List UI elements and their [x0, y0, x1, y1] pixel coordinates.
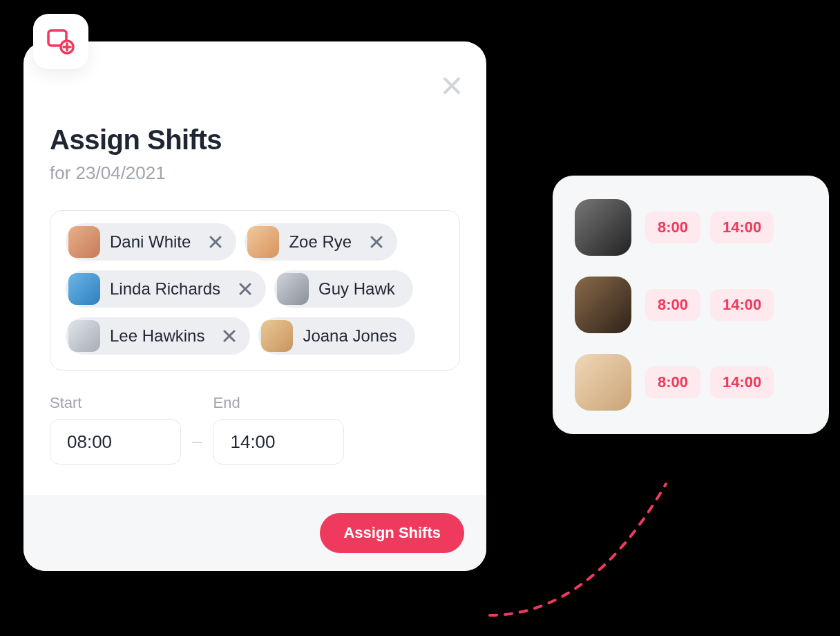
shift-start-pill: 8:00	[645, 289, 700, 321]
shift-row: 8:00 14:00	[575, 354, 807, 411]
assign-shifts-modal: Assign Shifts for 23/04/2021 Dani White …	[23, 41, 486, 571]
shift-row: 8:00 14:00	[575, 277, 807, 333]
avatar	[68, 226, 100, 258]
close-icon	[370, 235, 383, 249]
add-shift-icon	[33, 14, 88, 69]
close-icon	[441, 75, 462, 96]
modal-title: Assign Shifts	[50, 124, 460, 156]
remove-person-button[interactable]	[363, 228, 390, 256]
start-label: Start	[50, 394, 181, 412]
modal-footer: Assign Shifts	[23, 495, 486, 571]
shift-start-pill: 8:00	[645, 366, 700, 398]
shift-end-pill: 14:00	[710, 366, 774, 398]
time-range-row: Start – End	[50, 394, 460, 465]
modal-subtitle: for 23/04/2021	[50, 162, 460, 184]
shift-end-pill: 14:00	[710, 289, 774, 321]
avatar	[575, 354, 631, 411]
person-chip: Lee Hawkins	[66, 317, 250, 355]
close-button[interactable]	[438, 72, 466, 100]
shift-end-pill: 14:00	[710, 212, 774, 243]
person-name: Zoe Rye	[279, 232, 363, 252]
person-chip: Dani White	[66, 223, 236, 261]
avatar	[277, 273, 309, 305]
person-chip: Guy Hawk	[274, 270, 413, 308]
person-chip: Linda Richards	[66, 270, 266, 308]
person-name: Lee Hawkins	[100, 326, 216, 346]
shift-row: 8:00 14:00	[575, 199, 807, 256]
person-name: Dani White	[100, 232, 202, 252]
person-name: Guy Hawk	[309, 279, 410, 299]
end-time-input[interactable]	[213, 419, 344, 465]
end-label: End	[213, 394, 344, 412]
person-chip: Joana Jones	[258, 317, 414, 355]
close-icon	[209, 235, 222, 249]
person-chip: Zoe Rye	[245, 223, 397, 261]
range-separator: –	[192, 431, 202, 465]
avatar	[68, 273, 100, 305]
avatar	[261, 320, 293, 352]
remove-person-button[interactable]	[231, 275, 259, 303]
shift-start-pill: 8:00	[645, 212, 700, 243]
remove-person-button[interactable]	[216, 322, 243, 350]
assigned-shifts-preview: 8:00 14:00 8:00 14:00 8:00 14:00	[553, 176, 829, 434]
person-name: Joana Jones	[293, 326, 412, 346]
close-icon	[238, 282, 252, 296]
avatar	[68, 320, 100, 352]
assign-shifts-button[interactable]: Assign Shifts	[320, 513, 464, 553]
remove-person-button[interactable]	[202, 228, 229, 256]
people-tag-input[interactable]: Dani White Zoe Rye Linda Richards	[50, 210, 460, 371]
avatar	[247, 226, 279, 258]
close-icon	[222, 329, 236, 343]
start-time-input[interactable]	[50, 419, 181, 465]
avatar	[575, 199, 631, 256]
avatar	[575, 277, 631, 333]
person-name: Linda Richards	[100, 279, 231, 299]
connector-line	[486, 477, 694, 629]
